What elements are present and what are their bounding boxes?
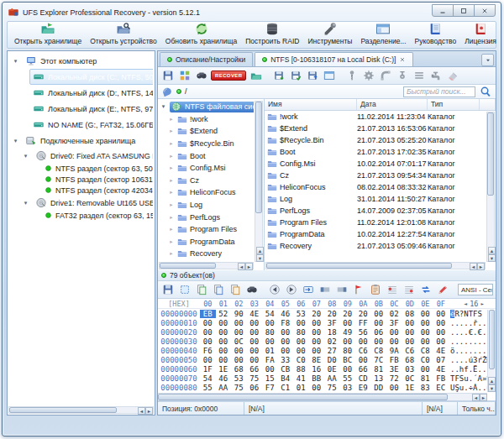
hex-byte[interactable]: 3F (386, 319, 402, 327)
expander-icon[interactable]: ▸ (168, 226, 175, 233)
hex-row[interactable]: 0000005000000000FA33C08ED0BC007CFB68C007… (158, 355, 496, 364)
hex-copy3-button[interactable] (228, 283, 242, 296)
hex-byte[interactable]: 00 (355, 337, 371, 346)
hex-byte[interactable]: 4E (433, 365, 449, 374)
storage-tree-item[interactable]: ▾Этот компьютер (9, 53, 153, 69)
hex-byte[interactable]: 00 (278, 347, 294, 355)
hex-byte[interactable]: 88 (293, 365, 309, 374)
hex-byte[interactable]: 00 (402, 337, 418, 346)
open-folder-button[interactable] (249, 69, 263, 82)
disk-save-button[interactable] (271, 69, 286, 82)
folder-tree-item[interactable]: ▸Config.Msi (160, 162, 254, 175)
storage-tree-item-content[interactable]: Подключенные хранилища (22, 133, 139, 149)
hex-byte[interactable]: 00 (371, 310, 387, 318)
expander-icon[interactable]: ▾ (12, 138, 19, 144)
hex-byte[interactable]: 00 (216, 356, 232, 364)
hex-byte[interactable]: EC (433, 384, 449, 392)
hex-byte[interactable]: 53 (231, 374, 247, 383)
hex-byte[interactable]: 4E (247, 310, 263, 318)
vscroll-thumb[interactable] (489, 310, 495, 369)
hex-byte[interactable]: 00 (417, 365, 433, 374)
hex-byte[interactable]: 00 (247, 328, 263, 337)
hex-byte[interactable]: C0 (417, 356, 433, 364)
hex-byte[interactable]: C8 (371, 347, 387, 355)
hex-byte[interactable]: 68 (231, 365, 247, 374)
folder-tree-root-selection[interactable]: NTFS файловая система (170, 102, 254, 112)
storage-tree-item-content[interactable]: Локальный диск (C:, NTFS, 50.69ГБ) (29, 69, 153, 85)
hex-row[interactable]: 000000100000000000F800003F00FF003F000000… (158, 318, 496, 327)
hex-byte[interactable]: CD (355, 374, 371, 383)
hex-byte[interactable]: C6 (402, 347, 418, 355)
recover-button[interactable]: RECOVER (211, 71, 246, 81)
hex-select-button[interactable] (177, 283, 192, 296)
hex-byte[interactable]: 0E (324, 365, 340, 374)
hex-nav-forward-button[interactable] (284, 283, 298, 296)
hex-byte[interactable]: 00 (309, 328, 325, 337)
toolbar-button-build-raid[interactable]: Построить RAID (241, 21, 303, 46)
storage-tree-item[interactable]: Локальный диск (E:, NTFS, 97.65ГБ) (9, 101, 153, 117)
hex-byte[interactable]: F8 (278, 319, 294, 327)
file-list-vscrollbar[interactable] (486, 112, 495, 262)
screw-button[interactable] (344, 69, 359, 82)
tab-1[interactable]: Описание/Настройки (160, 52, 253, 66)
expander-icon[interactable]: ▾ (12, 58, 19, 65)
hex-byte[interactable]: 54 (262, 310, 278, 318)
hex-byte[interactable]: 75 (231, 384, 247, 392)
hex-byte[interactable]: 00 (216, 347, 232, 355)
table-row[interactable]: ProgramData10.02.2014 12:27:54Каталог (265, 228, 486, 240)
hex-byte[interactable]: 9A (386, 347, 402, 355)
storage-tree-item-content[interactable]: Локальный диск (D:, NTFS, 149.73ГБ) (29, 85, 153, 101)
storage-tree-item-content[interactable]: FAT32 раздел (сектор 63, 15.06ГБ) (41, 210, 153, 221)
expander-icon[interactable]: ▸ (168, 238, 175, 245)
hex-byte[interactable]: 00 (309, 319, 325, 327)
scroll-down-button[interactable]: ▼ (488, 384, 496, 392)
storage-tree-item-content[interactable]: NO NAME (G:, FAT32, 15.06ГБ) (29, 117, 153, 133)
hex-byte[interactable]: 00 (278, 337, 294, 346)
storage-tree-item-content[interactable]: Этот компьютер (22, 53, 100, 69)
hex-byte[interactable]: 00 (200, 356, 216, 364)
hex-byte[interactable]: 00 (231, 347, 247, 355)
hex-byte[interactable]: F6 (200, 347, 216, 355)
toolbar-button-tools[interactable]: Инструменты (303, 21, 356, 46)
hex-row[interactable]: 0000003000000C00000000000200000000000000… (158, 337, 496, 346)
hex-row[interactable]: 000000601F1E686600CB88160E0066813E03004E… (158, 364, 496, 374)
hex-goto-button[interactable] (301, 283, 315, 296)
hex-byte[interactable]: 00 (309, 384, 325, 392)
hex-byte[interactable]: 56 (355, 328, 371, 337)
column-header-тип[interactable]: Тип (428, 99, 480, 110)
hex-byte[interactable]: 00 (200, 337, 216, 346)
hex-byte[interactable]: AA (324, 374, 340, 383)
hex-byte[interactable]: BB (309, 374, 325, 383)
expander-icon[interactable]: ▾ (160, 103, 167, 110)
hex-flag-button[interactable] (351, 283, 365, 296)
hex-byte[interactable]: 00 (200, 319, 216, 327)
hex-row[interactable]: 00000000EB52904E544653202020200002080000… (158, 309, 496, 318)
hex-byte[interactable]: AA (216, 384, 232, 392)
scroll-down-button[interactable]: ▼ (488, 254, 496, 262)
expander-icon[interactable]: ▸ (168, 116, 175, 123)
hex-byte[interactable]: 00 (433, 328, 449, 337)
hex-find-button[interactable] (244, 283, 259, 296)
hex-byte[interactable]: 06 (371, 328, 387, 337)
table-row[interactable]: HeliconFocus08.02.2014 08:33:32Каталог (265, 181, 486, 193)
expander-icon[interactable]: ▸ (168, 140, 175, 147)
hex-byte[interactable]: 00 (231, 328, 247, 337)
hex-byte[interactable]: FA (262, 356, 278, 364)
table-row[interactable]: $Extend21.07.2013 16:53:06Каталог (265, 123, 486, 134)
hex-byte[interactable]: 66 (247, 365, 263, 374)
valve-button[interactable] (395, 69, 409, 82)
hex-byte[interactable]: 00 (293, 319, 309, 327)
hex-byte[interactable]: 68 (402, 356, 418, 364)
hex-byte[interactable]: EB (200, 310, 216, 318)
hex-byte[interactable]: 81 (371, 365, 387, 374)
storage-tree-item[interactable]: Локальный диск (D:, NTFS, 149.73ГБ) (9, 85, 153, 101)
storage-tree-item-content[interactable]: NTFS раздел (сектор 63, 50.69ГБ) (41, 163, 153, 174)
hex-byte[interactable]: 00 (371, 319, 387, 327)
folder-tree-item[interactable]: ▸Recovery (160, 248, 254, 260)
expander-icon[interactable]: ▸ (168, 177, 175, 184)
hex-byte[interactable]: 00 (262, 319, 278, 327)
hex-byte[interactable]: 52 (216, 310, 232, 318)
hex-byte[interactable]: 00 (247, 347, 263, 355)
folder-tree-item[interactable]: ▸ProgramData (160, 236, 254, 248)
storage-tree-item[interactable]: NTFS раздел (сектор 420340788, 97.65ГБ) (9, 185, 153, 196)
